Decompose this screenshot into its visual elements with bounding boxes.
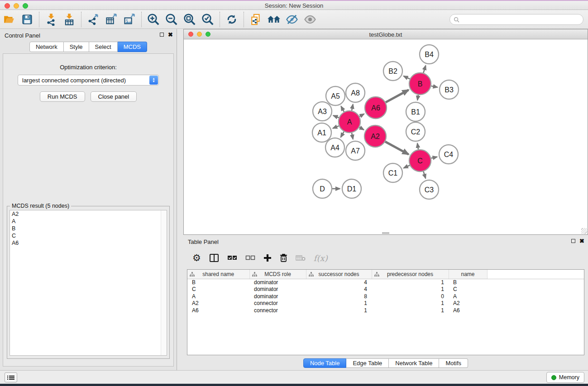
- graph-node-A4[interactable]: A4: [325, 138, 344, 157]
- graph-edge-A-A1[interactable]: [333, 126, 339, 128]
- graph-edge-C-C3[interactable]: [423, 172, 425, 178]
- graph-node-D1[interactable]: D1: [342, 179, 361, 198]
- select-all-icon[interactable]: [227, 255, 237, 261]
- graph-node-A6[interactable]: A6: [365, 97, 387, 119]
- float-panel-icon[interactable]: [160, 33, 164, 37]
- table-row[interactable]: Adominator80A: [187, 293, 584, 300]
- result-list-item[interactable]: A6: [10, 239, 167, 247]
- graph-node-A3[interactable]: A3: [313, 102, 332, 121]
- graph-edge-B-B1[interactable]: [417, 95, 418, 100]
- tab-node-table[interactable]: Node Table: [303, 358, 347, 368]
- close-panel-button[interactable]: Close panel: [91, 91, 137, 102]
- graph-edge-A-A8[interactable]: [352, 104, 353, 110]
- graph-node-A1[interactable]: A1: [312, 123, 331, 142]
- delete-row-icon[interactable]: [280, 253, 287, 262]
- refresh-icon[interactable]: [223, 11, 241, 28]
- table-row[interactable]: Bdominator41B: [187, 279, 584, 286]
- tab-network-table[interactable]: Network Table: [389, 358, 439, 368]
- deselect-all-icon[interactable]: [245, 255, 255, 261]
- graph-edge-A-A2[interactable]: [359, 127, 364, 130]
- graph-edge-B-B2[interactable]: [404, 76, 410, 79]
- tab-motifs[interactable]: Motifs: [439, 358, 468, 368]
- graph-node-A2[interactable]: A2: [364, 125, 386, 147]
- graph-node-B1[interactable]: B1: [406, 102, 425, 121]
- graph-node-B3[interactable]: B3: [440, 80, 459, 99]
- duplicate-network-icon[interactable]: [247, 11, 265, 28]
- import-table-icon[interactable]: [60, 11, 78, 28]
- open-file-icon[interactable]: [0, 11, 18, 28]
- export-image-icon[interactable]: [120, 11, 139, 28]
- close-table-panel-icon[interactable]: ✖: [579, 238, 584, 243]
- zoom-selected-icon[interactable]: [199, 11, 217, 28]
- table-settings-icon[interactable]: ⚙: [192, 253, 201, 263]
- task-history-button[interactable]: [5, 372, 17, 382]
- result-list-item[interactable]: B: [10, 225, 167, 232]
- table-cell: 1: [372, 286, 449, 293]
- graph-node-A5[interactable]: A5: [326, 86, 345, 105]
- zoom-fit-icon[interactable]: [181, 11, 199, 28]
- result-list-item[interactable]: A2: [10, 210, 167, 218]
- tab-edge-table[interactable]: Edge Table: [346, 358, 389, 368]
- save-session-icon[interactable]: [18, 11, 36, 28]
- result-list-item[interactable]: A: [10, 218, 167, 225]
- graph-node-B[interactable]: B: [409, 73, 431, 95]
- search-box[interactable]: [449, 14, 583, 25]
- graph-edge-A2-C[interactable]: [385, 142, 409, 154]
- zoom-in-icon[interactable]: [144, 11, 163, 28]
- search-input[interactable]: [459, 15, 583, 24]
- run-mcds-button[interactable]: Run MCDS: [40, 91, 85, 102]
- canvas-hscroll-thumb[interactable]: [382, 232, 389, 234]
- criterion-select[interactable]: largest connected component (directed) ▲…: [18, 75, 159, 86]
- graph-edge-B-B4[interactable]: [423, 66, 425, 73]
- result-list-item[interactable]: C: [10, 232, 167, 239]
- column-header-successor-nodes[interactable]: successor nodes: [306, 270, 372, 279]
- graph-edge-B-B3[interactable]: [431, 86, 437, 87]
- graph-edge-C-C1[interactable]: [404, 165, 410, 168]
- graph-edge-A-A4[interactable]: [341, 132, 344, 138]
- graph-edge-A-A7[interactable]: [352, 133, 353, 139]
- home-icon[interactable]: [265, 11, 283, 28]
- show-hide-graphics-icon[interactable]: [283, 11, 301, 28]
- graph-edge-A6-B[interactable]: [386, 90, 409, 102]
- export-network-icon[interactable]: [84, 11, 102, 28]
- result-list-scrollbar[interactable]: [161, 210, 167, 355]
- graph-edge-C-C4[interactable]: [431, 157, 437, 158]
- graph-node-B2[interactable]: B2: [383, 62, 402, 81]
- graph-edge-A-A6[interactable]: [359, 114, 364, 117]
- tab-select[interactable]: Select: [89, 42, 118, 52]
- column-header-shared-name[interactable]: shared name: [187, 270, 249, 279]
- tab-style[interactable]: Style: [64, 42, 89, 52]
- zoom-out-icon[interactable]: [163, 11, 181, 28]
- graph-node-C4[interactable]: C4: [439, 145, 458, 164]
- table-row[interactable]: A2connector11A2: [187, 300, 584, 307]
- export-table-icon[interactable]: [102, 11, 120, 28]
- tab-network[interactable]: Network: [29, 42, 64, 52]
- close-panel-icon[interactable]: ✖: [168, 32, 173, 37]
- network-canvas[interactable]: B4B2BB3A8A5A6A3B1AC2A1A2A4A7C4CC1DD1C3: [184, 39, 588, 234]
- table-row[interactable]: A6connector11A6: [187, 307, 584, 314]
- graph-edge-C-C2[interactable]: [417, 143, 418, 150]
- graph-node-A7[interactable]: A7: [346, 141, 365, 160]
- graph-node-C3[interactable]: C3: [420, 180, 439, 199]
- column-header-name[interactable]: name: [449, 270, 487, 279]
- add-row-icon[interactable]: [263, 254, 272, 262]
- graph-node-B4[interactable]: B4: [420, 45, 439, 64]
- graph-node-C[interactable]: C: [409, 150, 431, 172]
- column-header-MCDS-role[interactable]: MCDS role: [249, 270, 306, 279]
- graph-node-C1[interactable]: C1: [383, 163, 402, 182]
- memory-button[interactable]: Memory: [546, 372, 584, 383]
- float-table-panel-icon[interactable]: [571, 239, 575, 243]
- graph-node-A8[interactable]: A8: [346, 83, 365, 102]
- window-resize-grip[interactable]: [581, 228, 587, 234]
- graph-node-D[interactable]: D: [313, 179, 332, 198]
- graph-edge-A-A5[interactable]: [341, 106, 344, 112]
- table-row[interactable]: Cdominator41C: [187, 286, 584, 293]
- graph-node-A[interactable]: A: [339, 111, 360, 133]
- tab-mcds[interactable]: MCDS: [118, 42, 147, 52]
- import-network-icon[interactable]: [42, 11, 60, 28]
- graph-edge-A-A3[interactable]: [333, 115, 339, 118]
- mcds-result-list[interactable]: A2ABCA6: [10, 210, 167, 356]
- show-column-icon[interactable]: [209, 253, 219, 262]
- graph-node-C2[interactable]: C2: [406, 122, 425, 141]
- column-header-predecessor-nodes[interactable]: predecessor nodes: [372, 270, 449, 279]
